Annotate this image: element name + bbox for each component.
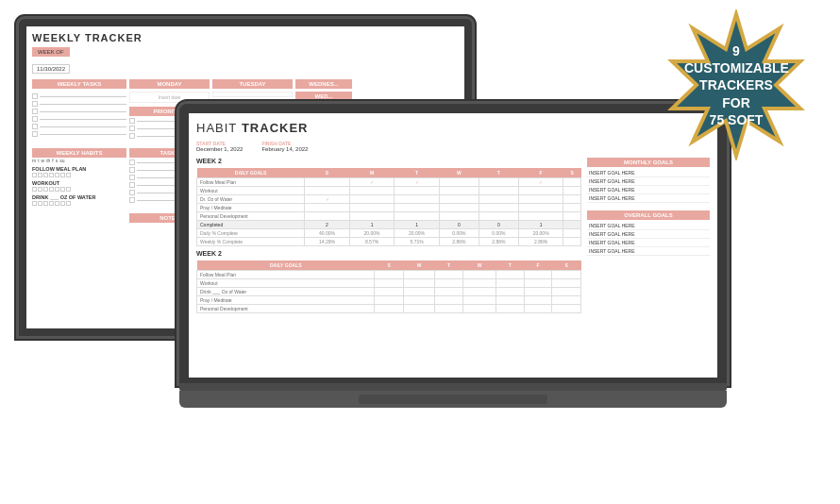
d5-2 bbox=[518, 187, 563, 195]
w2-d0-5 bbox=[375, 305, 404, 313]
d2-3 bbox=[395, 195, 440, 204]
w2-d1-5 bbox=[404, 305, 435, 313]
day-w: w bbox=[42, 158, 45, 163]
daily-pct-label: Daily % Complete bbox=[197, 229, 305, 238]
w2-d5-5 bbox=[524, 305, 552, 313]
og-4-text: INSERT GOAL HERE bbox=[589, 248, 635, 254]
weekly-pct-label: Weekly % Complete bbox=[197, 238, 305, 246]
w2-goal-personal: Personal Development bbox=[197, 305, 375, 313]
day-m1: M bbox=[349, 168, 395, 178]
mg-2-text: INSERT GOAL HERE bbox=[589, 178, 635, 184]
comp-1: 1 bbox=[349, 221, 395, 229]
w2-d4-2 bbox=[496, 279, 525, 288]
habit-tracker-content: HABIT TRACKER START DATE December 1, 202… bbox=[189, 113, 717, 325]
badge-line1: 9 Customizable bbox=[684, 43, 789, 76]
w2-d0-2 bbox=[375, 279, 404, 288]
goal-follow-meal: Follow Meal Plan bbox=[197, 178, 305, 187]
weekly-tracker-title: WEEKLY TRACKER bbox=[32, 32, 459, 43]
w2-row-3: Drink ___ Oz of Water bbox=[197, 288, 581, 296]
week1-label: WEEK 2 bbox=[196, 158, 581, 164]
w2-day-w1: W bbox=[462, 260, 496, 271]
week-date: 11/30/2022 bbox=[32, 64, 70, 74]
task-check bbox=[32, 116, 38, 122]
pct-6 bbox=[563, 229, 581, 238]
d5-1: ✓ bbox=[518, 178, 563, 187]
day-w1: W bbox=[439, 168, 479, 178]
d5-4 bbox=[518, 204, 563, 212]
d1-4 bbox=[349, 204, 395, 212]
wt-line-4 bbox=[32, 116, 126, 122]
ht-goals-panel: MONTHLY GOALS INSERT GOAL HERE INSERT GO… bbox=[587, 158, 710, 317]
insert-date-tue bbox=[212, 92, 293, 97]
col-wednesday: WEDNES... bbox=[295, 79, 352, 89]
goals-col-header-2: DAILY GOALS bbox=[197, 260, 375, 271]
w2-d1-4 bbox=[404, 296, 435, 305]
d0-4 bbox=[305, 204, 350, 212]
completed-row: Completed 2 1 1 0 0 1 bbox=[197, 221, 581, 229]
ht-dates: START DATE December 1, 2022 FINISH DATE … bbox=[196, 141, 710, 152]
pct-3: 0.00% bbox=[439, 229, 479, 238]
laptop-touchpad bbox=[359, 395, 547, 404]
d5-5 bbox=[518, 212, 563, 221]
d1-5 bbox=[349, 212, 395, 221]
w2-d5-2 bbox=[524, 279, 552, 288]
h-check bbox=[32, 173, 37, 177]
w2-d5-3 bbox=[524, 288, 552, 296]
wpct-6 bbox=[563, 238, 581, 246]
d2-1: ✓ bbox=[395, 178, 440, 187]
w2-d6-2 bbox=[552, 279, 581, 288]
w2-d1-3 bbox=[404, 288, 435, 296]
badge-line3: 75 Soft bbox=[710, 111, 764, 126]
w2-d3-1 bbox=[462, 271, 496, 279]
day-s1: S bbox=[305, 168, 350, 178]
wpct-5: 2.86% bbox=[518, 238, 563, 246]
d3-2 bbox=[439, 187, 479, 195]
d5-3 bbox=[518, 195, 563, 204]
h-check bbox=[49, 173, 54, 177]
w2-d3-2 bbox=[462, 279, 496, 288]
d4-1 bbox=[479, 178, 518, 187]
w2-goal-water: Drink ___ Oz of Water bbox=[197, 288, 375, 296]
goal-workout: Workout bbox=[197, 187, 305, 195]
p-check bbox=[129, 133, 135, 139]
ht-row-1: Follow Meal Plan ✓ ✓ ✓ bbox=[197, 178, 581, 187]
day-f1: F bbox=[518, 168, 563, 178]
h-check bbox=[55, 173, 59, 177]
week1-header-row: DAILY GOALS S M T W T F S bbox=[197, 168, 581, 178]
goals-col-header: DAILY GOALS bbox=[197, 168, 305, 178]
h-check bbox=[66, 173, 71, 177]
w2-day-s1: S bbox=[375, 260, 404, 271]
tl-check bbox=[129, 167, 135, 173]
wt-line-1 bbox=[32, 93, 126, 99]
ht-main-split: WEEK 2 DAILY GOALS S M T W T bbox=[196, 158, 710, 317]
day-f: f bbox=[52, 158, 53, 163]
badge-container: 9 Customizable Trackers for 75 Soft bbox=[661, 9, 812, 160]
w2-d4-3 bbox=[496, 288, 525, 296]
wt-title-plain: WEEKLY bbox=[32, 32, 81, 43]
task-check bbox=[32, 101, 38, 107]
w2-row-4: Pray / Meditate bbox=[197, 296, 581, 305]
w2-d2-2 bbox=[435, 279, 463, 288]
og-3: INSERT GOAL HERE bbox=[587, 239, 710, 247]
og-3-text: INSERT GOAL HERE bbox=[589, 240, 635, 245]
day-t1: T bbox=[395, 168, 440, 178]
wpct-3: 2.86% bbox=[439, 238, 479, 246]
overall-goals-header: OVERALL GOALS bbox=[587, 210, 710, 220]
p-check bbox=[129, 118, 135, 124]
ht-row-4: Pray / Meditate bbox=[197, 204, 581, 212]
badge-text: 9 Customizable Trackers for 75 Soft bbox=[684, 42, 788, 128]
ht-finish-block: FINISH DATE February 14, 2022 bbox=[261, 141, 308, 152]
wt-habits-col: WEEKLY HABITS m t w th f s su FOLLOW MEA… bbox=[32, 144, 126, 206]
w2-d2-4 bbox=[435, 296, 463, 305]
habit-water-checkboxes bbox=[32, 201, 126, 206]
wed-header-partial: WED... bbox=[295, 92, 352, 101]
insert-date-monday: Insert date bbox=[129, 92, 210, 103]
w2-goal-workout: Workout bbox=[197, 279, 375, 288]
ht-row-3: Dr. Oz of Water ✓ bbox=[197, 195, 581, 204]
comp-0: 2 bbox=[305, 221, 350, 229]
w2-d0-1 bbox=[375, 271, 404, 279]
week-of-label: WEEK OF bbox=[32, 47, 70, 57]
pct-1: 20.00% bbox=[349, 229, 395, 238]
w2-d1-2 bbox=[404, 279, 435, 288]
d4-5 bbox=[479, 212, 518, 221]
